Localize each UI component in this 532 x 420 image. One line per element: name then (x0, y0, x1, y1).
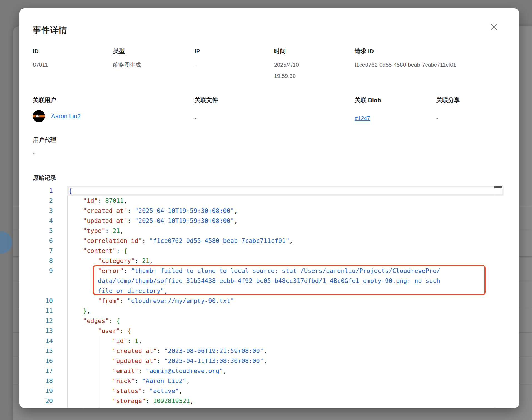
token-key: "created_at" (83, 207, 127, 214)
token-str: "thumb: failed to clone to local source:… (131, 267, 440, 274)
token-str: "f1ce0762-0d55-4580-beab-7cabc711cf01" (149, 237, 289, 244)
raw-record-editor[interactable]: 1{2 "id": 87011,3 "created_at": "2025-04… (33, 186, 504, 408)
field-label-related-user: 关联用户 (33, 96, 56, 104)
token-pun: : (135, 377, 142, 384)
token-str: "active" (149, 387, 179, 394)
line-number: 9 (33, 266, 53, 276)
close-button[interactable] (487, 21, 501, 34)
field-value-id: 87011 (33, 59, 48, 70)
token-key: "from" (98, 297, 120, 304)
floating-action-button[interactable] (0, 231, 12, 254)
token-pun: , (234, 217, 238, 224)
code-line: 3 "created_at": "2025-04-10T19:59:30+08:… (33, 206, 504, 216)
token-key: "updated_at" (83, 217, 127, 224)
token-pun: : (98, 197, 105, 204)
token-pun: , (263, 347, 267, 354)
code-line: 11 }, (33, 306, 504, 316)
code-line: 14 "id": 1, (33, 336, 504, 346)
code-line: 20 "storage": 1092819521, (33, 396, 504, 406)
token-key: "status" (113, 387, 142, 394)
token-pun: : (127, 207, 135, 214)
token-str: "admin@cloudreve.org" (146, 367, 223, 374)
field-label-id: ID (33, 47, 39, 55)
token-str: "Aaron Liu2" (142, 377, 186, 384)
field-label-ip: IP (195, 47, 200, 55)
token-str: "2025-04-10T19:59:30+08:00" (135, 207, 234, 214)
token-pun: : (142, 407, 150, 408)
token-pun: , (87, 307, 90, 314)
token-num: 21 (142, 257, 150, 264)
token-str: data/temp/thumb/soffice_31b54438-ecbb-4f… (98, 277, 440, 284)
line-number: 4 (33, 216, 53, 226)
token-key: "created_at" (113, 347, 157, 354)
field-value-request-id: f1ce0762-0d55-4580-beab-7cabc711cf01 (355, 59, 456, 70)
token-pun: , (186, 377, 190, 384)
line-number: 2 (33, 196, 53, 206)
raw-record-label: 原始记录 (33, 174, 56, 182)
event-details-dialog: 事件详情 ID 类型 IP 时间 请求 ID 87011 缩略图生成 - 202… (19, 8, 519, 408)
token-num: 21 (113, 227, 120, 234)
token-key: "user" (98, 327, 120, 334)
code-line: 7 "content": { (33, 246, 504, 256)
token-b3: { (127, 327, 131, 334)
related-user-chip[interactable]: Aaron Liu2 (33, 110, 81, 122)
line-number: 11 (33, 306, 53, 316)
token-pun: : (127, 217, 135, 224)
token-key: "content" (83, 247, 116, 254)
related-blob-link[interactable]: #1247 (355, 113, 370, 124)
token-pun: : (142, 387, 150, 394)
code-line: 13 "user": { (33, 326, 504, 336)
code-line: 9 "error": "thumb: failed to clone to lo… (33, 266, 504, 276)
token-pun: , (120, 227, 123, 234)
line-number: 10 (33, 296, 53, 306)
token-str: file or directory" (98, 287, 164, 294)
token-key: "nick" (113, 377, 135, 384)
field-label-type: 类型 (113, 47, 125, 55)
token-key: "category" (98, 257, 135, 264)
code-line: 5 "type": 21, (33, 226, 504, 236)
token-pun: : (120, 297, 127, 304)
code-line: 4 "updated_at": "2025-04-10T19:59:30+08:… (33, 216, 504, 226)
token-b2: { (124, 247, 127, 254)
line-number: 13 (33, 326, 53, 336)
token-num: 1092819521 (153, 397, 190, 404)
token-pun: , (149, 257, 153, 264)
token-pun: , (223, 367, 227, 374)
token-key: "id" (113, 337, 127, 344)
token-num: 1 (135, 337, 138, 344)
line-number: 6 (33, 236, 53, 246)
field-value-related-file: - (195, 113, 197, 124)
close-icon (490, 23, 498, 32)
token-pun: : (135, 257, 142, 264)
line-number: 14 (33, 336, 53, 346)
field-value-user-agent: - (33, 148, 35, 159)
token-pun: : (124, 267, 131, 274)
token-str: "2023-08-06T19:21:59+08:00" (164, 347, 263, 354)
code-line: 12 "edges": { (33, 316, 504, 326)
token-pun: , (263, 357, 267, 364)
line-number: 16 (33, 356, 53, 366)
token-pun: , (171, 407, 175, 408)
code-line: 17 "email": "admin@cloudreve.org", (33, 366, 504, 376)
token-pun: : (116, 247, 124, 254)
code-line: 19 "status": "active", (33, 386, 504, 396)
token-pun: , (289, 237, 293, 244)
field-value-related-share: - (436, 113, 438, 124)
line-number: 5 (33, 226, 53, 236)
token-key: "error" (98, 267, 124, 274)
token-pun: , (138, 337, 142, 344)
page-root: { "dialog": { "title": "事件详情", "close_la… (0, 0, 532, 420)
token-key: "edges" (83, 317, 109, 324)
token-pun: , (124, 197, 127, 204)
token-key: "storage" (113, 397, 146, 404)
line-number: 3 (33, 206, 53, 216)
related-user-link[interactable]: Aaron Liu2 (51, 113, 81, 120)
field-label-request-id: 请求 ID (355, 47, 374, 55)
field-value-time: 2025/4/10 19:59:30 (274, 59, 313, 81)
line-number: 12 (33, 316, 53, 326)
token-pun: : (157, 347, 164, 354)
field-label-user-agent: 用户代理 (33, 136, 56, 144)
token-key: "type" (83, 227, 105, 234)
token-str: "2025-04-10T19:59:30+08:00" (135, 217, 234, 224)
code-line: 2 "id": 87011, (33, 196, 504, 206)
